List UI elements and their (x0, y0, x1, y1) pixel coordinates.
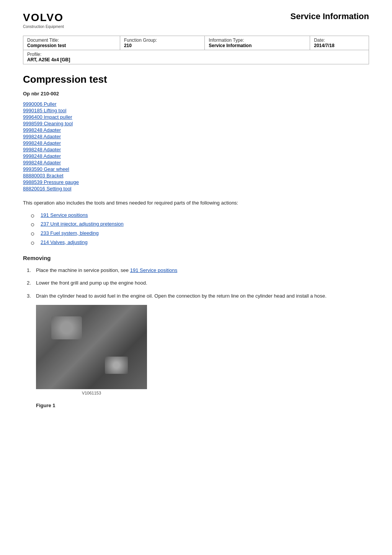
step-number: 2. (27, 279, 36, 287)
steps-list: 1.Place the machine in service position,… (27, 267, 369, 409)
tool-link[interactable]: 9996400 Impact puller (23, 114, 72, 120)
figure-label-item: Figure 1 (36, 402, 369, 409)
profile-label: Profile: (27, 52, 365, 57)
tool-list-item: 9998599 Cleaning tool (23, 121, 369, 126)
action-link[interactable]: 237 Unit injector, adjusting pretension (41, 221, 124, 227)
tool-link[interactable]: 9998248 Adapter (23, 134, 61, 139)
tool-list-item: 9998248 Adapter (23, 160, 369, 165)
removing-heading: Removing (23, 255, 369, 261)
action-link[interactable]: 191 Service positions (41, 212, 88, 218)
date-value: 2014/7/18 (314, 43, 365, 48)
document-info-table: Document Title: Compression test Functio… (23, 36, 369, 64)
step-text: Drain the cylinder head to avoid fuel in… (36, 292, 369, 300)
action-link[interactable]: 214 Valves, adjusting (41, 239, 88, 245)
figure-label: Figure 1 (36, 402, 369, 409)
tool-link[interactable]: 9998248 Adapter (23, 153, 61, 159)
tool-list-item: 88880003 Bracket (23, 173, 369, 178)
tool-link[interactable]: 9998248 Adapter (23, 140, 61, 146)
tool-link[interactable]: 9990185 Lifting tool (23, 108, 66, 113)
doc-title-value: Compression test (27, 43, 116, 48)
tool-link[interactable]: 9988539 Pressure gauge (23, 179, 79, 185)
tool-list-item: 9988539 Pressure gauge (23, 179, 369, 185)
step-item: 3.Drain the cylinder head to avoid fuel … (27, 292, 369, 300)
tool-list-item: 9998248 Adapter (23, 127, 369, 133)
step-text: Lower the front grill and pump up the en… (36, 279, 369, 287)
step-image-item: V1061153 (36, 305, 369, 396)
date-label: Date: (314, 38, 365, 43)
info-type-label: Information Type: (209, 38, 306, 43)
tool-list-item: 9996400 Impact puller (23, 114, 369, 120)
bullet-icon: ○ (31, 212, 38, 220)
tool-link[interactable]: 9993590 Gear wheel (23, 166, 69, 172)
action-list-item: ○237 Unit injector, adjusting pretension (31, 221, 369, 229)
action-list-item: ○214 Valves, adjusting (31, 239, 369, 247)
bullet-icon: ○ (31, 230, 38, 238)
profile-value: ART, A25E 4x4 [GB] (27, 57, 365, 62)
tool-list-item: 9990006 Puller (23, 101, 369, 107)
tool-link[interactable]: 9998599 Cleaning tool (23, 121, 73, 126)
function-group-value: 210 (124, 43, 201, 48)
info-type-value: Service Information (209, 43, 306, 48)
construction-equipment-label: Construction Equipment (23, 25, 64, 29)
tool-link[interactable]: 9998248 Adapter (23, 160, 61, 165)
tool-list-item: 9993590 Gear wheel (23, 166, 369, 172)
page-title: Compression test (23, 74, 369, 85)
op-nbr: Op nbr 210-002 (23, 91, 369, 97)
step-item: 1.Place the machine in service position,… (27, 267, 369, 274)
tool-list-item: 9998248 Adapter (23, 147, 369, 152)
action-list-item: ○191 Service positions (31, 212, 369, 220)
description-text: This operation also includes the tools a… (23, 199, 369, 207)
step-number: 1. (27, 267, 36, 274)
step-item: 2.Lower the front grill and pump up the … (27, 279, 369, 287)
action-list-item: ○233 Fuel system, bleeding (31, 230, 369, 238)
step-link[interactable]: 191 Service positions (130, 267, 178, 273)
tool-link[interactable]: 9998248 Adapter (23, 127, 61, 133)
function-group-label: Function Group: (124, 38, 201, 43)
tool-list-item: 9990185 Lifting tool (23, 108, 369, 113)
service-information-title: Service Information (291, 11, 369, 21)
actions-list: ○191 Service positions○237 Unit injector… (31, 212, 369, 247)
tool-link[interactable]: 88880003 Bracket (23, 173, 64, 178)
engine-photo-inner (36, 305, 147, 389)
action-link[interactable]: 233 Fuel system, bleeding (41, 230, 99, 236)
tool-link[interactable]: 9990006 Puller (23, 101, 56, 107)
doc-title-label: Document Title: (27, 38, 116, 43)
tool-link[interactable]: 9998248 Adapter (23, 147, 61, 152)
step-text: Place the machine in service position, s… (36, 267, 369, 274)
volvo-logo: VOLVO (23, 11, 64, 24)
tool-list-item: 88820016 Setting tool (23, 186, 369, 192)
engine-image-container: V1061153 (36, 305, 369, 396)
page-header: VOLVO Construction Equipment Service Inf… (23, 11, 369, 29)
bullet-icon: ○ (31, 221, 38, 229)
engine-photo (36, 305, 147, 389)
tool-list-item: 9998248 Adapter (23, 140, 369, 146)
image-caption: V1061153 (36, 390, 147, 396)
bullet-icon: ○ (31, 239, 38, 247)
tools-list: 9990006 Puller9990185 Lifting tool999640… (23, 101, 369, 192)
tool-list-item: 9998248 Adapter (23, 134, 369, 139)
step-number: 3. (27, 292, 36, 300)
tool-link[interactable]: 88820016 Setting tool (23, 186, 72, 192)
tool-list-item: 9998248 Adapter (23, 153, 369, 159)
